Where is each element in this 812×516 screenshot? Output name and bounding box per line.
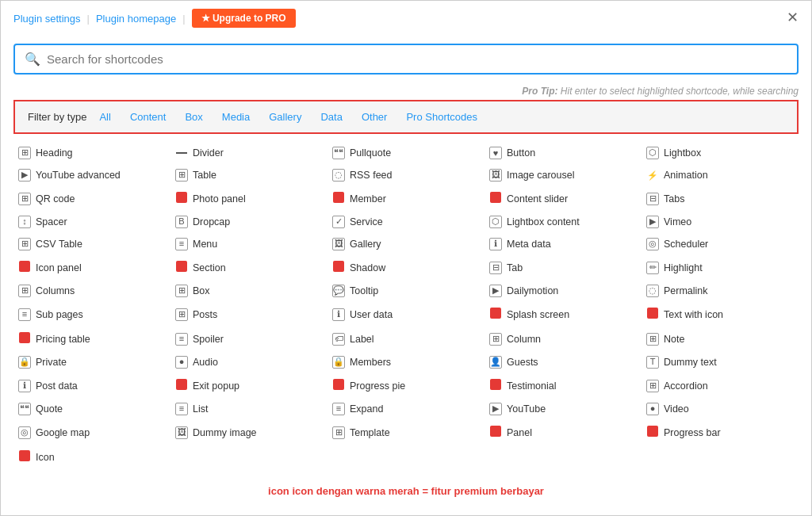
posts-icon: ⊞ (175, 308, 188, 321)
list-item[interactable]: ▶Vimeo (642, 212, 799, 231)
list-item[interactable]: ⬡Lightbox content (485, 212, 642, 231)
close-button[interactable]: ✕ (787, 9, 799, 26)
list-item[interactable]: 👤Guests (485, 353, 642, 372)
shortcode-label: Sub pages (36, 309, 83, 320)
list-item[interactable]: ⊞Posts (170, 304, 327, 325)
list-item[interactable]: ⊟Tabs (642, 188, 799, 209)
list-item[interactable]: ≡List (170, 399, 327, 419)
svg-rect-15 (19, 450, 30, 461)
list-item[interactable]: ◎Google map (13, 422, 170, 443)
upgrade-button[interactable]: ★ Upgrade to PRO (192, 9, 296, 28)
shortcode-label: Scheduler (664, 239, 708, 250)
shortcode-label: Expand (350, 403, 383, 415)
gallery-icon: 🖼 (332, 238, 345, 250)
list-item[interactable]: Splash screen (485, 304, 642, 325)
filter-tab-data[interactable]: Data (317, 109, 345, 124)
plugin-homepage-link[interactable]: Plugin homepage (96, 13, 176, 25)
list-item[interactable]: Pricing table (13, 328, 170, 350)
filter-tab-pro[interactable]: Pro Shortcodes (403, 109, 481, 124)
shortcode-label: Lightbox (664, 147, 701, 159)
spacer-icon: ↕ (18, 216, 31, 228)
list-item[interactable]: ≡Spoiler (170, 328, 327, 350)
list-item[interactable]: ⊞Columns (13, 281, 170, 300)
list-item[interactable]: Divider (170, 143, 327, 162)
list-item[interactable]: 🏷Label (327, 328, 485, 350)
list-item[interactable]: Member (327, 188, 485, 209)
list-item[interactable]: ≡Sub pages (13, 304, 170, 325)
list-item[interactable]: ❝❝Quote (13, 399, 170, 419)
box-icon: ⊞ (175, 285, 188, 297)
list-item[interactable]: Shadow (327, 257, 485, 278)
list-item[interactable]: Section (170, 257, 327, 278)
list-item[interactable]: ↕Spacer (13, 212, 170, 231)
list-item[interactable]: Exit popup (170, 375, 327, 396)
svg-rect-13 (490, 426, 501, 437)
search-input[interactable] (47, 52, 787, 66)
label-icon: 🏷 (332, 333, 345, 346)
list-item[interactable]: ℹUser data (327, 304, 485, 325)
list-item[interactable]: ◌RSS feed (327, 166, 485, 185)
list-item[interactable]: Content slider (485, 188, 642, 209)
list-item[interactable]: ▶YouTube (485, 399, 642, 419)
filter-tab-media[interactable]: Media (219, 109, 253, 124)
filter-tab-content[interactable]: Content (127, 109, 170, 124)
list-item[interactable]: ≡Expand (327, 399, 485, 419)
list-item[interactable]: Icon (13, 446, 170, 468)
list-item[interactable]: ◌Permalink (642, 281, 799, 300)
list-item[interactable]: Progress bar (642, 422, 799, 443)
list-item[interactable]: ⊞Heading (13, 143, 170, 162)
shortcode-label: Vimeo (664, 216, 691, 227)
list-item[interactable]: Photo panel (170, 188, 327, 209)
filter-tab-all[interactable]: All (96, 109, 113, 124)
list-item[interactable]: ⊞Column (485, 328, 642, 350)
list-item[interactable]: ℹPost data (13, 375, 170, 396)
list-item[interactable]: 🖼Image carousel (485, 166, 642, 185)
list-item[interactable]: 🔒Members (327, 353, 485, 372)
list-item[interactable]: ⬡Lightbox (642, 143, 799, 162)
list-item[interactable]: Panel (485, 422, 642, 443)
lightbox-icon: ⬡ (646, 147, 659, 159)
list-item[interactable]: ⊞Template (327, 422, 485, 443)
list-item[interactable]: 🔒Private (13, 353, 170, 372)
plugin-settings-link[interactable]: Plugin settings (13, 13, 81, 25)
list-item[interactable]: ◎Scheduler (642, 235, 799, 254)
shortcode-label: Animation (664, 170, 708, 181)
list-item[interactable]: ▶YouTube advanced (13, 166, 170, 185)
list-item[interactable]: ⊞CSV Table (13, 235, 170, 254)
shortcode-label: Pullquote (350, 147, 391, 159)
list-item[interactable]: ≡Menu (170, 235, 327, 254)
list-item[interactable]: Icon panel (13, 257, 170, 278)
list-item[interactable]: Testimonial (485, 375, 642, 396)
list-item[interactable]: Progress pie (327, 375, 485, 396)
list-item[interactable]: ⊞Note (642, 328, 799, 350)
list-item[interactable]: ✓Service (327, 212, 485, 231)
list-item[interactable]: ⊟Tab (485, 257, 642, 278)
list-item[interactable]: ✏Highlight (642, 257, 799, 278)
list-item[interactable]: Text with icon (642, 304, 799, 325)
list-item[interactable]: ⊞Box (170, 281, 327, 300)
list-item[interactable]: ⚡Animation (642, 166, 799, 185)
shortcode-label: YouTube (507, 403, 546, 415)
list-item[interactable]: 💬Tooltip (327, 281, 485, 300)
tabs-icon: ⊟ (646, 193, 659, 205)
shortcode-label: Note (664, 334, 684, 345)
svg-rect-12 (490, 379, 501, 390)
list-item[interactable]: ●Video (642, 399, 799, 419)
filter-tab-box[interactable]: Box (182, 109, 205, 124)
list-item[interactable]: 🖼Gallery (327, 235, 485, 254)
list-item[interactable]: ▶Dailymotion (485, 281, 642, 300)
list-item[interactable]: ⊞Accordion (642, 375, 799, 396)
list-item[interactable]: 🖼Dummy image (170, 422, 327, 443)
shortcode-label: Columns (36, 285, 75, 296)
list-item[interactable]: ●Audio (170, 353, 327, 372)
list-item[interactable]: BDropcap (170, 212, 327, 231)
list-item[interactable]: TDummy text (642, 353, 799, 372)
filter-tab-other[interactable]: Other (358, 109, 391, 124)
list-item[interactable]: ❝❝Pullquote (327, 143, 485, 162)
filter-tab-gallery[interactable]: Gallery (266, 109, 304, 124)
svg-rect-5 (176, 261, 187, 272)
list-item[interactable]: ⊞Table (170, 166, 327, 185)
list-item[interactable]: ♥Button (485, 143, 642, 162)
list-item[interactable]: ⊞QR code (13, 188, 170, 209)
list-item[interactable]: ℹMeta data (485, 235, 642, 254)
